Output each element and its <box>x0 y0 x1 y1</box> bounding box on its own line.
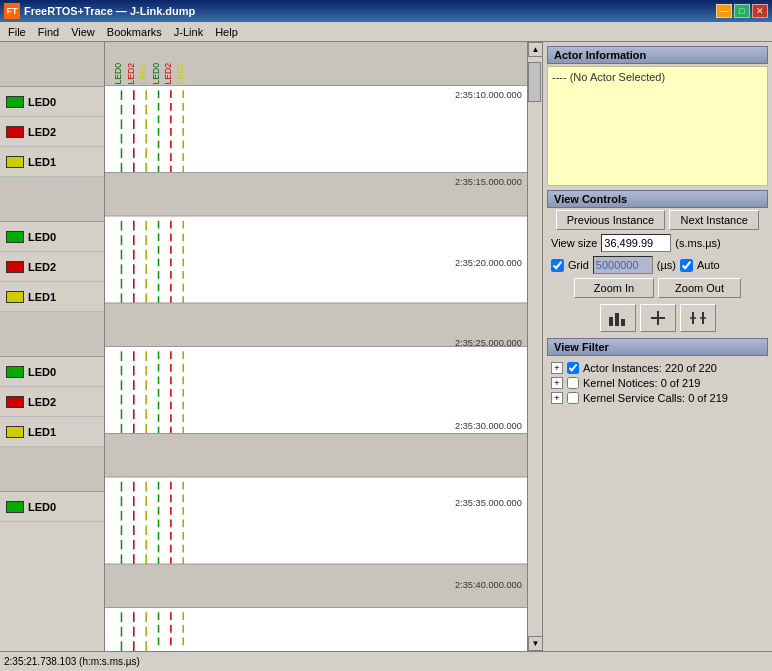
led-spacer-1 <box>0 177 104 222</box>
view-controls-section: View Controls Previous Instance Next Ins… <box>547 190 768 334</box>
main-content: LED0 LED2 LED1 LED0 LED2 LED1 LED0 <box>0 42 772 651</box>
led-label-2-1: LED2 <box>28 126 56 138</box>
led-label-1-3: LED1 <box>28 426 56 438</box>
auto-label: Auto <box>697 259 720 271</box>
actor-info-header: Actor Information <box>547 46 768 64</box>
led-label-0-2: LED0 <box>28 231 56 243</box>
led-label-1-2: LED1 <box>28 291 56 303</box>
svg-text:LED1: LED1 <box>138 63 148 85</box>
svg-text:2:35:25.000.000: 2:35:25.000.000 <box>455 339 522 349</box>
led-indicator-green-3 <box>6 366 24 378</box>
scroll-thumb[interactable] <box>528 62 541 102</box>
filter-label-0: Actor Instances: 220 of 220 <box>583 362 717 374</box>
status-bar: 2:35:21.738.103 (h:m:s.ms.µs) <box>0 651 772 671</box>
led-label-0-4: LED0 <box>28 501 56 513</box>
led-label-0-1: LED0 <box>28 96 56 108</box>
view-size-unit: (s.ms.µs) <box>675 237 720 249</box>
scroll-up-button[interactable]: ▲ <box>528 42 542 57</box>
led-label-1-1: LED1 <box>28 156 56 168</box>
menu-file[interactable]: File <box>2 24 32 40</box>
scroll-down-button[interactable]: ▼ <box>528 636 542 651</box>
maximize-button[interactable]: □ <box>734 4 750 18</box>
close-button[interactable]: ✕ <box>752 4 768 18</box>
menu-view[interactable]: View <box>65 24 101 40</box>
trace-scrollbar[interactable]: ▲ ▼ <box>527 42 542 651</box>
led-item-led2-3: LED2 <box>0 387 104 417</box>
cursor-icon-button[interactable] <box>640 304 676 332</box>
trace-area: LED0 LED2 LED1 LED0 LED2 LED1 <box>105 42 542 651</box>
filter-checkbox-2[interactable] <box>567 392 579 404</box>
led-item-led1-3: LED1 <box>0 417 104 447</box>
led-item-led0-4: LED0 <box>0 492 104 522</box>
filter-label-2: Kernel Service Calls: 0 of 219 <box>583 392 728 404</box>
menu-bar: File Find View Bookmarks J-Link Help <box>0 22 772 42</box>
svg-text:2:35:40.000.000: 2:35:40.000.000 <box>455 580 522 590</box>
view-filter-section: View Filter + Actor Instances: 220 of 22… <box>547 338 768 408</box>
icon-buttons-row <box>547 302 768 334</box>
expand-btn-2[interactable]: + <box>551 392 563 404</box>
view-controls-header: View Controls <box>547 190 768 208</box>
dual-cursor-icon <box>687 309 709 327</box>
led-indicator-yellow-2 <box>6 291 24 303</box>
actor-info-content: ---- (No Actor Selected) <box>552 71 665 83</box>
filter-item-1: + Kernel Notices: 0 of 219 <box>551 377 764 389</box>
svg-rect-203 <box>615 313 619 326</box>
actor-info-box: ---- (No Actor Selected) <box>547 66 768 186</box>
svg-text:2:35:15.000.000: 2:35:15.000.000 <box>455 177 522 187</box>
filter-checkbox-0[interactable] <box>567 362 579 374</box>
filter-label-1: Kernel Notices: 0 of 219 <box>583 377 700 389</box>
menu-help[interactable]: Help <box>209 24 244 40</box>
prev-instance-button[interactable]: Previous Instance <box>556 210 665 230</box>
svg-text:LED1: LED1 <box>175 63 185 85</box>
auto-checkbox[interactable] <box>680 259 693 272</box>
dual-cursor-icon-button[interactable] <box>680 304 716 332</box>
grid-label: Grid <box>568 259 589 271</box>
svg-rect-10 <box>105 434 527 478</box>
svg-text:LED2: LED2 <box>163 63 173 85</box>
expand-btn-0[interactable]: + <box>551 362 563 374</box>
minimize-button[interactable]: — <box>716 4 732 18</box>
led-indicator-green-4 <box>6 501 24 513</box>
view-size-input[interactable] <box>601 234 671 252</box>
menu-find[interactable]: Find <box>32 24 65 40</box>
svg-text:2:35:30.000.000: 2:35:30.000.000 <box>455 421 522 431</box>
led-item-led1-2: LED1 <box>0 282 104 312</box>
expand-btn-1[interactable]: + <box>551 377 563 389</box>
trace-svg: LED0 LED2 LED1 LED0 LED2 LED1 <box>105 42 527 651</box>
svg-rect-202 <box>609 317 613 326</box>
trace-scroll-container[interactable]: LED0 LED2 LED1 LED0 LED2 LED1 <box>105 42 527 651</box>
filter-item-0: + Actor Instances: 220 of 220 <box>551 362 764 374</box>
view-filter-content: + Actor Instances: 220 of 220 + Kernel N… <box>547 358 768 408</box>
next-instance-button[interactable]: Next Instance <box>669 210 759 230</box>
filter-checkbox-1[interactable] <box>567 377 579 389</box>
grid-unit: (µs) <box>657 259 676 271</box>
scroll-track[interactable] <box>528 57 542 636</box>
grid-input[interactable] <box>593 256 653 274</box>
led-indicator-yellow-3 <box>6 426 24 438</box>
led-indicator-red-2 <box>6 261 24 273</box>
grid-row: Grid (µs) Auto <box>547 256 768 274</box>
view-filter-header: View Filter <box>547 338 768 356</box>
bar-chart-icon-button[interactable] <box>600 304 636 332</box>
svg-text:LED0: LED0 <box>150 63 160 85</box>
menu-jlink[interactable]: J-Link <box>168 24 209 40</box>
led-indicator-green-2 <box>6 231 24 243</box>
svg-rect-204 <box>621 319 625 326</box>
zoom-buttons-row: Zoom In Zoom Out <box>547 278 768 298</box>
view-size-label: View size <box>551 237 597 249</box>
led-item-led1-1: LED1 <box>0 147 104 177</box>
menu-bookmarks[interactable]: Bookmarks <box>101 24 168 40</box>
led-item-led0-1: LED0 <box>0 87 104 117</box>
svg-text:LED0: LED0 <box>113 63 123 85</box>
cursor-icon <box>647 309 669 327</box>
led-indicator-green-1 <box>6 96 24 108</box>
zoom-out-button[interactable]: Zoom Out <box>658 278 741 298</box>
zoom-in-button[interactable]: Zoom In <box>574 278 654 298</box>
led-indicator-red-3 <box>6 396 24 408</box>
instance-buttons-row: Previous Instance Next Instance <box>547 210 768 230</box>
title-buttons: — □ ✕ <box>716 4 768 18</box>
grid-checkbox[interactable] <box>551 259 564 272</box>
view-controls-content: Previous Instance Next Instance View siz… <box>547 210 768 334</box>
status-time: 2:35:21.738.103 (h:m:s.ms.µs) <box>4 656 140 667</box>
led-indicator-yellow-1 <box>6 156 24 168</box>
